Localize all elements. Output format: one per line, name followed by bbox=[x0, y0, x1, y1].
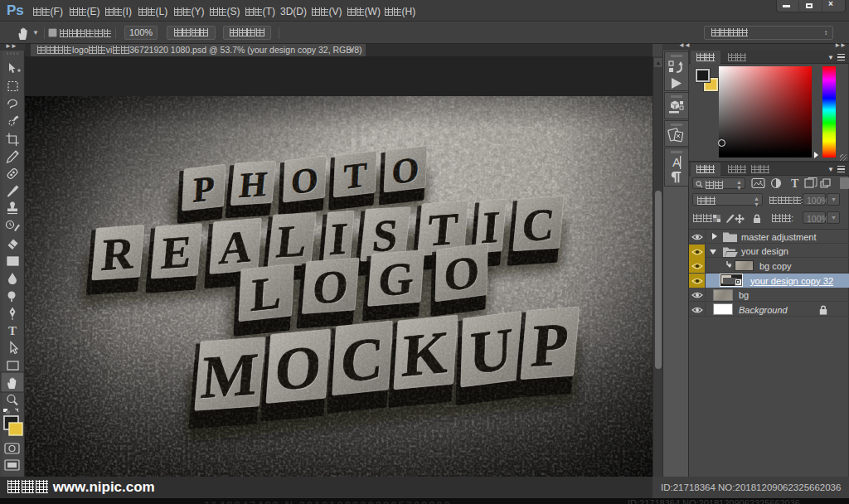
svg-text:A: A bbox=[672, 155, 681, 169]
svg-text:T: T bbox=[791, 177, 799, 190]
svg-text:T: T bbox=[8, 324, 17, 337]
